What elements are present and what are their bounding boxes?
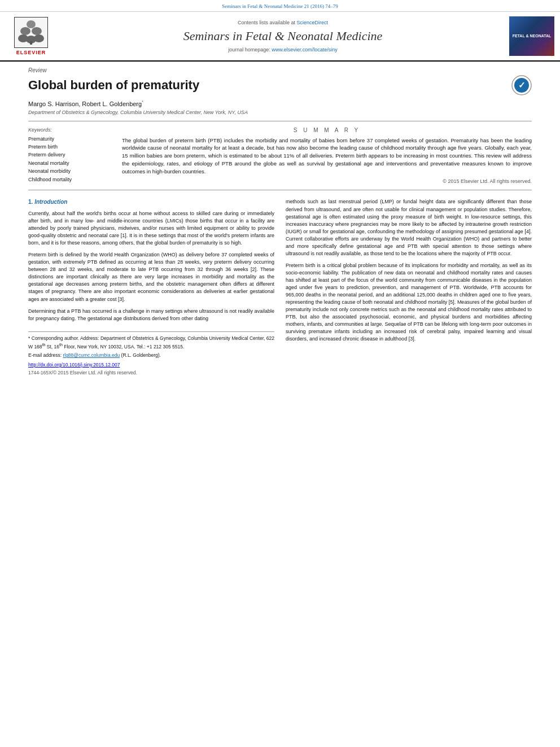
tree-icon bbox=[14, 17, 48, 48]
review-label: Review bbox=[28, 67, 532, 73]
article-title-text: Global burden of prematurity bbox=[28, 78, 199, 93]
section1-heading: 1. Introduction bbox=[28, 198, 274, 207]
section1-right-paragraph2: Preterm birth is a critical global probl… bbox=[286, 262, 532, 343]
summary-heading: S U M M A R Y bbox=[122, 127, 532, 133]
divider-2 bbox=[28, 190, 532, 190]
svg-text:✓: ✓ bbox=[518, 80, 526, 90]
logo-right: FETAL & NEONATAL bbox=[504, 16, 560, 56]
summary-column: S U M M A R Y The global burden of prete… bbox=[122, 127, 532, 185]
author-names: Margo S. Harrison, Robert L. Goldenberg bbox=[28, 101, 142, 107]
section1-title: Introduction bbox=[34, 199, 67, 205]
keyword-prematurity: Prematurity bbox=[28, 135, 113, 143]
author-star: * bbox=[142, 100, 143, 104]
email-link[interactable]: rlg88@cumc.columbia.edu bbox=[63, 352, 120, 358]
svg-rect-6 bbox=[30, 41, 32, 45]
column-right: methods such as last menstrual period (L… bbox=[286, 198, 532, 376]
divider-1 bbox=[28, 121, 532, 121]
svg-point-1 bbox=[20, 27, 30, 35]
summary-text: The global burden of preterm birth (PTB)… bbox=[122, 137, 532, 176]
sciencedirect-link[interactable]: ScienceDirect bbox=[297, 20, 329, 25]
crossmark-icon: ✓ bbox=[511, 75, 532, 95]
journal-cover-image: FETAL & NEONATAL bbox=[509, 16, 554, 56]
homepage-link[interactable]: www.elsevier.com/locate/siny bbox=[272, 47, 338, 53]
journal-reference: Seminars in Fetal & Neonatal Medicine 21… bbox=[222, 3, 338, 9]
elsevier-text: ELSEVIER bbox=[16, 50, 46, 55]
section1-right-paragraph1: methods such as last menstrual period (L… bbox=[286, 198, 532, 257]
keyword-neonatal-morbidity: Neonatal morbidity bbox=[28, 167, 113, 175]
authors-line: Margo S. Harrison, Robert L. Goldenberg* bbox=[28, 100, 532, 107]
top-bar: Seminars in Fetal & Neonatal Medicine 21… bbox=[0, 0, 560, 12]
doi-link[interactable]: http://dx.doi.org/10.1016/j.siny.2015.12… bbox=[28, 362, 120, 368]
keywords-title: Keywords: bbox=[28, 127, 113, 133]
doi-line: http://dx.doi.org/10.1016/j.siny.2015.12… bbox=[28, 361, 274, 368]
keyword-preterm-delivery: Preterm delivery bbox=[28, 151, 113, 159]
section1-paragraph2: Preterm birth is defined by the World He… bbox=[28, 251, 274, 303]
keyword-neonatal-mortality: Neonatal mortality bbox=[28, 159, 113, 167]
footnote-section: * Corresponding author. Address: Departm… bbox=[28, 331, 274, 377]
svg-point-5 bbox=[34, 34, 44, 42]
center-info: Contents lists available at ScienceDirec… bbox=[62, 16, 504, 56]
logo-left: ELSEVIER bbox=[0, 16, 62, 56]
homepage-line: journal homepage: www.elsevier.com/locat… bbox=[228, 47, 338, 53]
keyword-preterm-birth: Preterm birth bbox=[28, 143, 113, 151]
summary-section: Keywords: Prematurity Preterm birth Pret… bbox=[28, 127, 532, 185]
email-suffix: (R.L. Goldenberg). bbox=[121, 352, 161, 358]
section1-number: 1. bbox=[28, 199, 34, 205]
article-title-row: Global burden of prematurity ✓ bbox=[28, 75, 532, 95]
affiliation: Department of Obstetrics & Gynecology, C… bbox=[28, 110, 532, 115]
svg-point-2 bbox=[32, 27, 42, 35]
issn-line: 1744-165X/© 2015 Elsevier Ltd. All right… bbox=[28, 369, 274, 376]
section1-paragraph1: Currently, about half the world's births… bbox=[28, 210, 274, 247]
journal-header: ELSEVIER Contents lists available at Sci… bbox=[0, 12, 560, 62]
svg-point-0 bbox=[27, 20, 36, 28]
journal-title-main: Seminars in Fetal & Neonatal Medicine bbox=[183, 29, 383, 43]
sciencedirect-line: Contents lists available at ScienceDirec… bbox=[238, 20, 328, 25]
footnote-corresponding: * Corresponding author. Address: Departm… bbox=[28, 335, 274, 351]
keywords-column: Keywords: Prematurity Preterm birth Pret… bbox=[28, 127, 113, 185]
two-column-section: 1. Introduction Currently, about half th… bbox=[28, 198, 532, 376]
section1-paragraph3: Determining that a PTB has occurred is a… bbox=[28, 308, 274, 322]
keyword-childhood-mortality: Childhood mortality bbox=[28, 176, 113, 184]
copyright-line: © 2015 Elsevier Ltd. All rights reserved… bbox=[122, 178, 532, 184]
elsevier-logo: ELSEVIER bbox=[14, 17, 48, 55]
column-left: 1. Introduction Currently, about half th… bbox=[28, 198, 274, 376]
footnote-email: E-mail address: rlg88@cumc.columbia.edu … bbox=[28, 352, 274, 359]
